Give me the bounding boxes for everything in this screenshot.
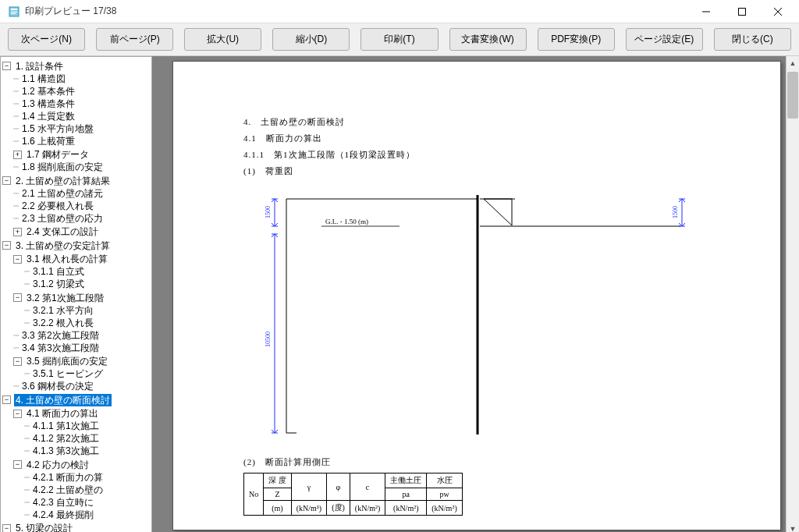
th-no: No [244, 473, 264, 516]
tree-item[interactable]: 1.8 掘削底面の安定 [20, 161, 105, 173]
svg-text:1500: 1500 [672, 206, 679, 218]
svg-text:G.L. - 1.50 (m): G.L. - 1.50 (m) [325, 218, 368, 225]
page-setup-button[interactable]: ページ設定(E) [626, 28, 703, 51]
doc-convert-button[interactable]: 文書変換(W) [449, 28, 527, 51]
tree-item[interactable]: 4.1.1 第1次施工 [31, 420, 101, 432]
th-active-unit: (kN/m²) [385, 501, 427, 516]
th-water-sym: pw [427, 488, 462, 501]
tree-item[interactable]: 4.2.2 土留め壁の [31, 484, 105, 496]
next-page-button[interactable]: 次ページ(N) [8, 28, 85, 51]
svg-rect-5 [739, 8, 746, 15]
tree-item[interactable]: 3.1 根入れ長の計算 [25, 253, 109, 265]
tree-item[interactable]: 4.2.3 自立時に [31, 496, 95, 509]
maximize-button[interactable] [724, 0, 760, 23]
page-preview: 4. 土留め壁の断面検討 4.1 断面力の算出 4.1.1 第1次施工段階（1段… [172, 61, 781, 530]
tree-toggle[interactable]: − [2, 395, 11, 404]
th-depth: 深 度 [264, 473, 292, 488]
tree-toggle[interactable]: − [2, 176, 11, 185]
tree-item[interactable]: 2.2 必要根入れ長 [20, 200, 95, 212]
tree-item[interactable]: 2.3 土留め壁の応力 [20, 212, 105, 225]
tree-item[interactable]: 4.1.3 第3次施工 [31, 445, 101, 457]
tree-item[interactable]: 4.1.2 第2次施工 [31, 432, 101, 445]
svg-rect-2 [11, 12, 17, 12]
tree-toggle[interactable]: − [13, 410, 22, 418]
zoom-in-button[interactable]: 拡大(U) [184, 28, 261, 51]
tree-item[interactable]: 3.2 第1次施工段階 [25, 292, 105, 304]
svg-rect-1 [11, 9, 17, 10]
vertical-scrollbar[interactable]: ▲ ▼ [786, 56, 799, 532]
tree-item[interactable]: 2.1 土留め壁の諸元 [20, 187, 105, 200]
tree-item[interactable]: 1.5 水平方向地盤 [20, 122, 95, 135]
th-phi: φ [327, 473, 350, 501]
scroll-up-icon[interactable]: ▲ [787, 56, 799, 69]
tree-toggle[interactable]: + [13, 151, 22, 159]
tree-item-selected[interactable]: 4. 土留め壁の断面検討 [14, 394, 112, 406]
tree-item[interactable]: 3.2.1 水平方向 [31, 304, 95, 317]
tree-item[interactable]: 2.4 支保工の設計 [25, 225, 100, 238]
tree-toggle[interactable]: − [13, 460, 22, 469]
th-active: 主働土圧 [385, 473, 427, 488]
tree-item[interactable]: 3.5 掘削底面の安定 [25, 355, 109, 367]
tree-item[interactable]: 3.1.2 切梁式 [31, 278, 86, 290]
scroll-down-icon[interactable]: ▼ [787, 522, 799, 532]
th-water-unit: (kN/m²) [427, 501, 462, 516]
preview-pane: 4. 土留め壁の断面検討 4.1 断面力の算出 4.1.1 第1次施工段階（1段… [152, 56, 799, 532]
tree-toggle[interactable]: − [2, 524, 11, 533]
heading-1: (1) 荷重図 [243, 165, 710, 177]
tree-toggle[interactable]: − [13, 255, 22, 264]
window-title: 印刷プレビュー 17/38 [25, 5, 688, 18]
pdf-convert-button[interactable]: PDF変換(P) [538, 28, 615, 51]
app-icon [8, 5, 20, 18]
tree-item[interactable]: 3.4 第3次施工段階 [20, 342, 101, 354]
tree-item[interactable]: 2. 土留め壁の計算結果 [14, 175, 112, 187]
tree-item[interactable]: 1.1 構造図 [20, 73, 67, 85]
tree-item[interactable]: 1.7 鋼材データ [25, 148, 91, 161]
tree-item[interactable]: 5. 切梁の設計 [14, 522, 74, 532]
svg-text:1500: 1500 [265, 206, 272, 218]
tree-item[interactable]: 1.3 構造条件 [20, 98, 76, 110]
th-depth-unit: (m) [264, 501, 292, 516]
svg-text:10500: 10500 [265, 332, 272, 347]
close-button[interactable]: 閉じる(C) [714, 28, 791, 51]
minimize-button[interactable] [688, 0, 724, 23]
tree-toggle[interactable]: − [2, 62, 11, 70]
tree-item[interactable]: 4.2.1 断面力の算 [31, 471, 105, 484]
tree-item[interactable]: 1. 設計条件 [14, 60, 65, 73]
toolbar: 次ページ(N) 前ページ(P) 拡大(U) 縮小(D) 印刷(T) 文書変換(W… [0, 23, 799, 56]
prev-page-button[interactable]: 前ページ(P) [96, 28, 173, 51]
tree-item[interactable]: 3. 土留め壁の安定計算 [14, 239, 112, 252]
zoom-out-button[interactable]: 縮小(D) [272, 28, 350, 51]
tree-toggle[interactable]: − [13, 293, 22, 302]
th-phi-unit: (度) [327, 501, 350, 516]
tree-item[interactable]: 3.2.2 根入れ長 [31, 317, 95, 329]
th-gamma: γ [291, 473, 326, 501]
tree-item[interactable]: 1.6 上載荷重 [20, 135, 76, 147]
heading-4: 4. 土留め壁の断面検討 [243, 116, 710, 128]
tree-item[interactable]: 4.2 応力の検討 [25, 459, 91, 471]
titlebar: 印刷プレビュー 17/38 [0, 0, 799, 23]
tree-item[interactable]: 1.2 基本条件 [20, 85, 76, 98]
scroll-thumb[interactable] [787, 72, 798, 119]
tree-pane[interactable]: −1. 設計条件 ┈1.1 構造図 ┈1.2 基本条件 ┈1.3 構造条件 ┈1… [0, 56, 152, 532]
print-button[interactable]: 印刷(T) [360, 28, 438, 51]
th-gamma-unit: (kN/m³) [291, 501, 326, 516]
tree-item[interactable]: 3.5.1 ヒービング [31, 367, 105, 380]
tree-item[interactable]: 4.2.4 最終掘削 [31, 509, 95, 521]
svg-marker-17 [484, 199, 512, 225]
th-c-unit: (kN/m²) [350, 501, 385, 516]
close-window-button[interactable] [760, 0, 796, 23]
tree-item[interactable]: 3.3 第2次施工段階 [20, 329, 101, 342]
th-water: 水圧 [427, 473, 462, 488]
tree-item[interactable]: 1.4 土質定数 [20, 110, 76, 122]
lateral-pressure-table: No 深 度 γ φ c 主働土圧 水圧 Z pa pw (m) (kN/m³)… [243, 473, 463, 516]
heading-4-1: 4.1 断面力の算出 [243, 133, 710, 144]
tree-item[interactable]: 3.1.1 自立式 [31, 265, 86, 278]
tree-item[interactable]: 3.6 鋼材長の決定 [20, 380, 95, 392]
th-c: c [350, 473, 385, 501]
tree-toggle[interactable]: − [2, 241, 11, 250]
tree-toggle[interactable]: − [13, 357, 22, 366]
load-diagram: 1500 [243, 191, 710, 441]
tree-toggle[interactable]: + [13, 228, 22, 236]
tree-item[interactable]: 4.1 断面力の算出 [25, 407, 100, 420]
svg-rect-3 [11, 13, 16, 14]
